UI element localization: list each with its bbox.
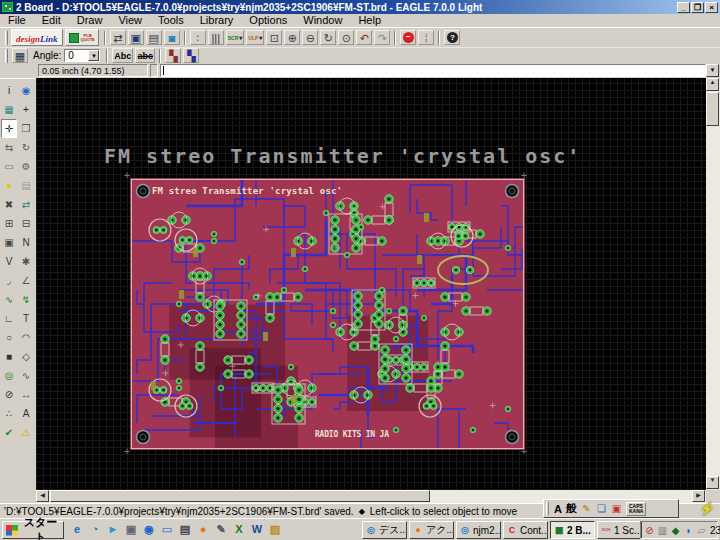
- info-icon[interactable]: i: [1, 81, 17, 100]
- wmp-icon[interactable]: ◉: [142, 522, 156, 537]
- designlink-button[interactable]: designLink: [11, 29, 63, 46]
- mark-icon[interactable]: +: [18, 100, 34, 119]
- menu-options[interactable]: Options: [241, 14, 295, 27]
- command-history-button[interactable]: ▼: [706, 64, 719, 77]
- text-abc-button[interactable]: Abc: [112, 48, 133, 63]
- menu-draw[interactable]: Draw: [69, 14, 111, 27]
- bottom-layer-pads-icon[interactable]: ▚: [183, 48, 199, 63]
- task-button-3[interactable]: ◎njm2...: [456, 521, 501, 539]
- signal-icon[interactable]: ∿: [18, 366, 34, 385]
- title-bar[interactable]: 2 Board - D:¥TOOL5¥EAGLE-7.0.0¥projects¥…: [0, 0, 720, 14]
- errors-icon[interactable]: ⚠: [18, 423, 34, 442]
- ratsnest-icon[interactable]: ∴: [1, 404, 17, 423]
- rotate-icon[interactable]: ↻: [18, 138, 34, 157]
- ime-tools-icon[interactable]: ▣: [610, 502, 623, 515]
- command-input[interactable]: [160, 64, 706, 77]
- via-icon[interactable]: ◎: [1, 366, 17, 385]
- help-icon[interactable]: ?: [444, 30, 460, 45]
- mediaplayer-icon[interactable]: ►: [106, 522, 120, 537]
- ime-input-mode-button[interactable]: A: [554, 503, 562, 515]
- show-desktop-icon[interactable]: ▣: [124, 522, 138, 537]
- change-wrench-icon[interactable]: ⚙: [18, 157, 34, 176]
- save-icon[interactable]: ▣: [128, 30, 144, 45]
- ime-pen-icon[interactable]: ✎: [580, 502, 593, 515]
- hole-icon[interactable]: ⊘: [1, 385, 17, 404]
- route-icon[interactable]: ∿: [1, 290, 17, 309]
- my-computer-icon[interactable]: ▤: [178, 522, 192, 537]
- toolbar-grip[interactable]: [5, 31, 8, 45]
- angle-select[interactable]: 0 ▼: [64, 49, 100, 62]
- zoom-fit-icon[interactable]: ⊡: [266, 30, 282, 45]
- combo-arrow-icon[interactable]: ▼: [88, 50, 99, 61]
- zoom-select-icon[interactable]: ⊙: [338, 30, 354, 45]
- messenger-tray-icon[interactable]: ◗: [682, 524, 695, 537]
- ime-conversion-mode-button[interactable]: 般: [566, 501, 577, 516]
- wire-icon[interactable]: ∟: [1, 309, 17, 328]
- task-button-1[interactable]: ◎デス...: [362, 521, 407, 539]
- undo-icon[interactable]: ↶: [356, 30, 372, 45]
- messenger-icon[interactable]: ◔: [88, 522, 102, 537]
- hscroll-thumb[interactable]: [50, 490, 430, 502]
- add-icon[interactable]: ⊞: [1, 214, 17, 233]
- scroll-down-button[interactable]: ▼: [706, 476, 719, 489]
- stop-icon[interactable]: −: [400, 30, 416, 45]
- zoom-out-icon[interactable]: ⊖: [302, 30, 318, 45]
- display-layers-icon[interactable]: ▦: [1, 100, 17, 119]
- zoom-in-icon[interactable]: ⊕: [284, 30, 300, 45]
- value-icon[interactable]: V: [1, 252, 17, 271]
- task-button-5[interactable]: ▦2 B...: [550, 521, 595, 539]
- menu-view[interactable]: View: [110, 14, 150, 27]
- pcb-board[interactable]: FM streo Transmitter 'crystal osc'RADIO …: [130, 178, 525, 450]
- scroll-left-button[interactable]: ◀: [36, 490, 49, 502]
- arc-icon[interactable]: ◠: [18, 328, 34, 347]
- mute-icon[interactable]: ⊘: [643, 524, 656, 537]
- start-button[interactable]: スタート: [2, 521, 64, 539]
- menu-window[interactable]: Window: [295, 14, 350, 27]
- firefox-icon[interactable]: ●: [196, 522, 210, 537]
- script-icon-dropdown-icon[interactable]: ▾: [239, 31, 242, 45]
- text-icon[interactable]: T: [18, 309, 34, 328]
- explorer-icon[interactable]: ▭: [160, 522, 174, 537]
- dimension-icon[interactable]: ↔: [18, 385, 34, 404]
- circle-icon[interactable]: ○: [1, 328, 17, 347]
- mirror-icon[interactable]: ⇆: [1, 138, 17, 157]
- paste-icon[interactable]: ▤: [18, 176, 34, 195]
- text-strike-button[interactable]: abc: [135, 48, 155, 63]
- cut-icon[interactable]: ●: [1, 176, 17, 195]
- autorouter-icon[interactable]: A: [18, 404, 34, 423]
- zoom-redraw-icon[interactable]: ↻: [320, 30, 336, 45]
- pcb-quote-button[interactable]: PCBQUOTE: [65, 29, 99, 46]
- print-icon[interactable]: ▤: [146, 30, 162, 45]
- redo-icon[interactable]: ↷: [374, 30, 390, 45]
- menu-tools[interactable]: Tools: [150, 14, 192, 27]
- show-icon[interactable]: ◉: [18, 81, 34, 100]
- run-ulp-icon-dropdown-icon[interactable]: ▾: [259, 31, 262, 45]
- scroll-up-button[interactable]: ▲: [706, 78, 719, 91]
- script-icon[interactable]: SCR▾: [226, 30, 245, 45]
- ie-icon[interactable]: e: [70, 522, 84, 537]
- rect-icon[interactable]: ■: [1, 347, 17, 366]
- drc-icon[interactable]: ✔: [1, 423, 17, 442]
- name-icon[interactable]: N: [18, 233, 34, 252]
- ime-dictionary-icon[interactable]: ❏: [595, 502, 608, 515]
- selection-marker-icon[interactable]: ∶: [190, 30, 206, 45]
- menu-file[interactable]: File: [0, 14, 34, 27]
- pinswap-icon[interactable]: ⇄: [18, 195, 34, 214]
- excel-icon[interactable]: X: [232, 522, 246, 537]
- copy-icon[interactable]: ❐: [18, 119, 34, 138]
- layer-settings-icon[interactable]: |||: [208, 30, 224, 45]
- polygon-icon[interactable]: ◇: [18, 347, 34, 366]
- pictures-icon[interactable]: ▨: [268, 522, 282, 537]
- cam-processor-icon[interactable]: ◙: [164, 30, 180, 45]
- antivirus-shield-icon[interactable]: ◆: [669, 524, 682, 537]
- smash-icon[interactable]: ✱: [18, 252, 34, 271]
- run-ulp-icon[interactable]: ULP▾: [246, 30, 264, 45]
- notepad-icon[interactable]: ✎: [214, 522, 228, 537]
- close-button[interactable]: ×: [705, 2, 718, 13]
- ime-grip[interactable]: [546, 502, 549, 515]
- menu-edit[interactable]: Edit: [34, 14, 69, 27]
- delete-trash-icon[interactable]: ✖: [1, 195, 17, 214]
- go-icon[interactable]: ⁞: [418, 30, 434, 45]
- task-button-4[interactable]: CCont...: [503, 521, 548, 539]
- group-icon[interactable]: ▭: [1, 157, 17, 176]
